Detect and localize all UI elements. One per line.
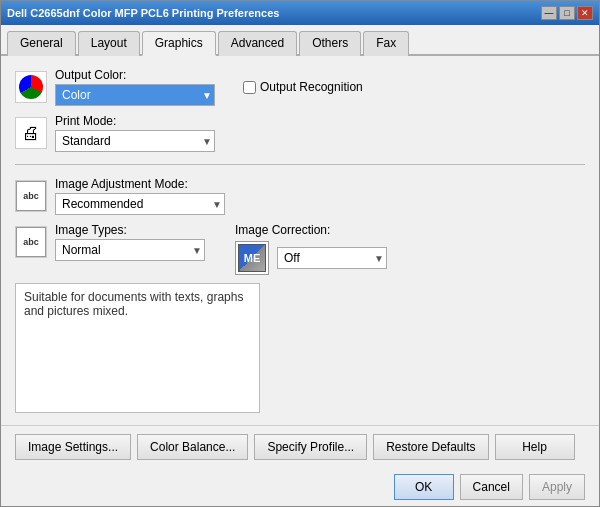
image-types-select[interactable]: Normal — [55, 239, 205, 261]
print-mode-select[interactable]: Standard — [55, 130, 215, 152]
print-mode-row: 🖨 Print Mode: Standard ▼ — [15, 114, 585, 152]
print-mode-label: Print Mode: — [55, 114, 215, 128]
printer-icon: 🖨 — [22, 123, 40, 144]
tab-general[interactable]: General — [7, 31, 76, 56]
color-balance-button[interactable]: Color Balance... — [137, 434, 248, 460]
output-color-icon — [15, 71, 47, 103]
image-adjustment-select[interactable]: Recommended — [55, 193, 225, 215]
separator-line — [15, 164, 585, 165]
output-color-label: Output Color: — [55, 68, 215, 82]
title-bar: Dell C2665dnf Color MFP PCL6 Printing Pr… — [1, 1, 599, 25]
description-box: Suitable for documents with texts, graph… — [15, 283, 260, 413]
output-recognition-group: Output Recognition — [243, 80, 363, 94]
tab-graphics[interactable]: Graphics — [142, 31, 216, 56]
image-types-group: Image Types: Normal ▼ — [55, 223, 205, 261]
image-adjustment-group: Image Adjustment Mode: Recommended ▼ — [55, 177, 225, 215]
image-correction-icon: ME — [235, 241, 269, 275]
cancel-button[interactable]: Cancel — [460, 474, 523, 500]
image-adjustment-row: abc Image Adjustment Mode: Recommended ▼ — [15, 177, 585, 215]
output-color-select-wrapper: Color ▼ — [55, 84, 215, 106]
output-color-row: Output Color: Color ▼ Output Recognition — [15, 68, 585, 106]
image-correction-select-wrapper: Off ▼ — [277, 247, 387, 269]
tab-advanced[interactable]: Advanced — [218, 31, 297, 56]
color-circle-icon — [19, 75, 43, 99]
specify-profile-button[interactable]: Specify Profile... — [254, 434, 367, 460]
help-button[interactable]: Help — [495, 434, 575, 460]
print-mode-group: Print Mode: Standard ▼ — [55, 114, 215, 152]
image-types-icon-box: abc — [15, 226, 47, 258]
image-adjustment-select-wrapper: Recommended ▼ — [55, 193, 225, 215]
image-types-row: abc Image Types: Normal ▼ — [15, 223, 205, 261]
title-controls: — □ ✕ — [541, 6, 593, 20]
tab-others[interactable]: Others — [299, 31, 361, 56]
image-correction-select[interactable]: Off — [277, 247, 387, 269]
window-title: Dell C2665dnf Color MFP PCL6 Printing Pr… — [7, 7, 279, 19]
restore-defaults-button[interactable]: Restore Defaults — [373, 434, 488, 460]
me-icon: ME — [238, 244, 266, 272]
image-settings-button[interactable]: Image Settings... — [15, 434, 131, 460]
image-types-correction-row: abc Image Types: Normal ▼ Image Correcti… — [15, 223, 585, 275]
print-mode-select-wrapper: Standard ▼ — [55, 130, 215, 152]
tabs-container: General Layout Graphics Advanced Others … — [1, 25, 599, 56]
main-window: Dell C2665dnf Color MFP PCL6 Printing Pr… — [0, 0, 600, 507]
image-adjustment-icon: abc — [16, 181, 46, 211]
close-button[interactable]: ✕ — [577, 6, 593, 20]
image-correction-row: ME Off ▼ — [235, 241, 387, 275]
image-types-select-wrapper: Normal ▼ — [55, 239, 205, 261]
minimize-button[interactable]: — — [541, 6, 557, 20]
bottom-buttons-row: Image Settings... Color Balance... Speci… — [1, 425, 599, 468]
apply-button[interactable]: Apply — [529, 474, 585, 500]
image-types-icon: abc — [16, 227, 46, 257]
graphics-content: Output Color: Color ▼ Output Recognition… — [1, 56, 599, 425]
tab-layout[interactable]: Layout — [78, 31, 140, 56]
image-types-label: Image Types: — [55, 223, 205, 237]
ok-cancel-row: OK Cancel Apply — [1, 468, 599, 506]
output-recognition-label: Output Recognition — [260, 80, 363, 94]
maximize-button[interactable]: □ — [559, 6, 575, 20]
output-color-select[interactable]: Color — [55, 84, 215, 106]
image-correction-label: Image Correction: — [235, 223, 387, 237]
print-mode-icon-box: 🖨 — [15, 117, 47, 149]
ok-button[interactable]: OK — [394, 474, 454, 500]
image-adjustment-label: Image Adjustment Mode: — [55, 177, 225, 191]
output-color-group: Output Color: Color ▼ — [55, 68, 215, 106]
image-adjustment-icon-box: abc — [15, 180, 47, 212]
tab-fax[interactable]: Fax — [363, 31, 409, 56]
output-recognition-checkbox[interactable] — [243, 81, 256, 94]
image-correction-col: Image Correction: ME Off ▼ — [235, 223, 387, 275]
